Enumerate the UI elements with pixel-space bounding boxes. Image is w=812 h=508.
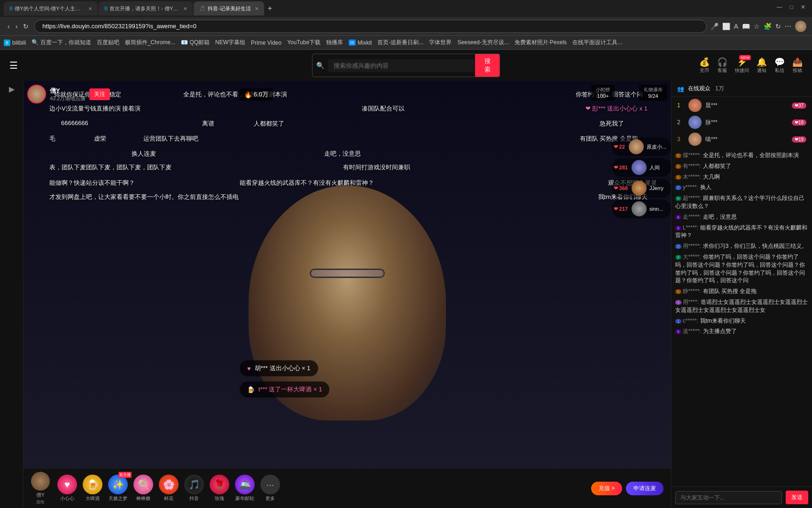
profile-avatar[interactable]	[795, 21, 806, 32]
chat-username: 送*****:	[683, 328, 701, 334]
streamer-info: 僧Y 43.2万场地点播	[50, 87, 86, 102]
customer-service-action[interactable]: 🎧 客服	[717, 57, 727, 74]
viewer-entry-2: ❤ 281 人间	[612, 158, 671, 177]
mic-icon[interactable]: 🎤	[710, 23, 718, 30]
window-controls[interactable]: — □ ✕	[774, 3, 808, 11]
gift-luxury-label: 豪华邮轮	[235, 495, 254, 502]
gift-dream-label: 天籁之梦	[109, 495, 127, 502]
gift-item-candy[interactable]: 🍭 棒棒糖	[133, 475, 153, 502]
bookmark-new-subtitle[interactable]: NEW字幕组	[215, 39, 245, 47]
connect-button[interactable]: 申请连麦	[626, 482, 664, 495]
gift-more-label: 更多	[265, 495, 275, 502]
tab-close-2[interactable]: ✕	[183, 6, 187, 11]
viewer-avatar-rank-2	[688, 116, 702, 129]
screenshot-icon[interactable]: ⬜	[722, 23, 730, 30]
chat-level-badge: 2	[675, 244, 681, 249]
chat-text: 走吧，没意思	[703, 214, 737, 220]
gift-item-flower[interactable]: 🌸 鲜花	[159, 475, 179, 502]
new-tab-button[interactable]: +	[268, 4, 272, 13]
bookmark-prime-video[interactable]: Prime Video	[251, 40, 281, 46]
tab-bilibili-live[interactable]: B 首次开播，请多关照！- 僧Y -... ✕	[99, 1, 193, 16]
refresh-icon[interactable]: ↻	[775, 23, 781, 30]
tab-douyin-live[interactable]: 🎵 抖音-记录美好生活 ✕	[194, 1, 264, 16]
hamburger-icon[interactable]: ☰	[9, 60, 18, 71]
bookmark-baidu[interactable]: 🔍 百度一下，你就知道	[31, 39, 91, 47]
sidebar-expand[interactable]: ▶	[9, 85, 15, 94]
bookmark-star-icon[interactable]: ☆	[754, 23, 760, 30]
send-button[interactable]: 发送	[786, 491, 808, 504]
chat-level-badge: 6	[675, 226, 681, 230]
chat-message-8: 8大*****:你签约了吗，回答这个问题？你签约了吗，回答这个问题？你签约了吗，…	[675, 253, 808, 285]
more-options-icon[interactable]: ⋯	[785, 23, 791, 30]
chat-text: 我tm来看你们聊天	[700, 318, 746, 324]
bookmark-youtube-dl[interactable]: YouTube下载	[287, 39, 320, 47]
tab-bilibili-profile[interactable]: B 僧Y的个人空间-僧Y个人主页-哔 ✕	[4, 1, 98, 16]
recharge-action[interactable]: 💰 充币	[699, 57, 710, 74]
gift-notif-2: 🍺 t*** 送了一杯大啤酒 × 1	[240, 381, 329, 397]
video-feed: 你就你保证你毕业能稳定 全是托，评论也不看，全部按照剧本演 你签约了吗，回答这个…	[23, 81, 671, 508]
back-button[interactable]: ‹	[6, 21, 12, 32]
viewer-entry-4: ❤ 217 sinn...	[612, 199, 671, 218]
search-bar: 🔍 搜索	[312, 54, 500, 77]
gift-item-luxury[interactable]: 🚢 豪华邮轮	[235, 475, 255, 502]
chat-level-badge: 5	[675, 289, 681, 294]
viewer-row-3: 3 喵*** ❤19	[671, 131, 812, 148]
reload-button[interactable]: ↻	[21, 21, 31, 32]
extension-icon[interactable]: 🧩	[764, 23, 772, 30]
gift-luxury-icon: 🚢	[235, 475, 255, 494]
viewer-row-2: 2 脉*** ❤19	[671, 114, 812, 131]
gift-panel-badge[interactable]: 礼物瀑布 9/24	[639, 85, 667, 101]
viewer-list-overlay: ❤ 22 原皮小... ❤ 281 人间 ❤ 368 JJerry	[612, 137, 671, 218]
address-bar: ‹ › ↻ 🎤 ⬜ A 📖 ☆ 🧩 ↻ ⋯	[0, 17, 812, 36]
bookmark-design-tool[interactable]: 在线平面设计工具...	[572, 39, 622, 47]
messages-action[interactable]: 💬 私信	[774, 57, 785, 74]
gift-item-more[interactable]: ··· 更多	[260, 475, 280, 502]
chat-username: 大*****:	[683, 254, 701, 260]
bookmark-font-world[interactable]: 字体世界	[429, 39, 452, 47]
bookmark-dub[interactable]: 独播库	[326, 39, 343, 47]
bookmark-chrome-ext[interactable]: 极简插件_Chrome...	[125, 39, 175, 47]
chat-username: 木*****:	[683, 174, 701, 180]
bookmark-tieba[interactable]: 百度贴吧	[97, 39, 119, 47]
gift-item-tiktok[interactable]: 🎵 抖音	[184, 475, 204, 502]
gift-rose-label: 玫瑰	[215, 495, 224, 502]
chat-input[interactable]	[675, 491, 782, 504]
search-input[interactable]	[328, 59, 475, 72]
gift-item-rose[interactable]: 🌹 玫瑰	[210, 475, 229, 502]
ranking-users: 1 晨*** ❤37 2 脉*** ❤19 3 喵*** ❤19	[671, 97, 812, 148]
search-button[interactable]: 搜索	[475, 54, 500, 77]
gift-tiktok-label: 抖音	[189, 495, 199, 502]
chat-level-badge: 1	[675, 319, 681, 324]
viewer-avatar-3	[632, 181, 647, 196]
bookmark-mixkit[interactable]: m Mixkit	[349, 40, 372, 46]
viewer-name-2: 人间	[649, 164, 660, 171]
bookmark-qq-mail[interactable]: 📧 QQ邮箱	[181, 39, 210, 47]
address-input[interactable]	[34, 20, 706, 33]
gift-item-dream[interactable]: ✨ 新主播 天籁之梦	[108, 475, 128, 502]
bookmark-bilibili[interactable]: Bbilibili	[4, 40, 26, 46]
follow-button[interactable]: 关注	[89, 88, 110, 100]
recharge-button[interactable]: 充值 >	[591, 482, 622, 495]
gift-heart-label: 小心心	[60, 495, 74, 502]
tab-close-3[interactable]: ✕	[255, 6, 258, 11]
forward-button[interactable]: ›	[14, 21, 20, 32]
bookmark-seeseed[interactable]: Seeseed-无穷尽设...	[457, 39, 508, 47]
viewer-entry-1: ❤ 22 原皮小...	[612, 137, 671, 156]
reader-icon[interactable]: 📖	[742, 23, 750, 30]
bookmark-anime[interactable]: 首页-追新番日刷...	[377, 39, 423, 47]
chat-text: 有团队 买热搜 全是拖	[703, 288, 757, 294]
quick-help-action[interactable]: ⚡ 快捷问 NEW	[735, 57, 749, 74]
viewer-row-1: 1 晨*** ❤37	[671, 97, 812, 114]
chat-username: 有*****:	[683, 163, 701, 169]
notifications-action[interactable]: 🔔 通知	[757, 57, 767, 74]
zoom-icon[interactable]: A	[734, 23, 738, 30]
tab-close-1[interactable]: ✕	[88, 6, 92, 11]
viewer-name-3: JJerry	[649, 185, 664, 191]
gift-item-heart[interactable]: ♥ 小心心	[57, 475, 77, 502]
video-section: 你就你保证你毕业能稳定 全是托，评论也不看，全部按照剧本演 你签约了吗，回答这个…	[23, 81, 671, 508]
post-action[interactable]: 📤 投稿	[792, 57, 803, 74]
gift-item-beer[interactable]: 🍺 大啤酒	[83, 475, 102, 502]
flame-icon: 🔥	[244, 91, 252, 98]
gift-rose-icon: 🌹	[210, 475, 229, 494]
bookmark-pexels[interactable]: 免费素材照片·Pexels	[515, 39, 567, 47]
